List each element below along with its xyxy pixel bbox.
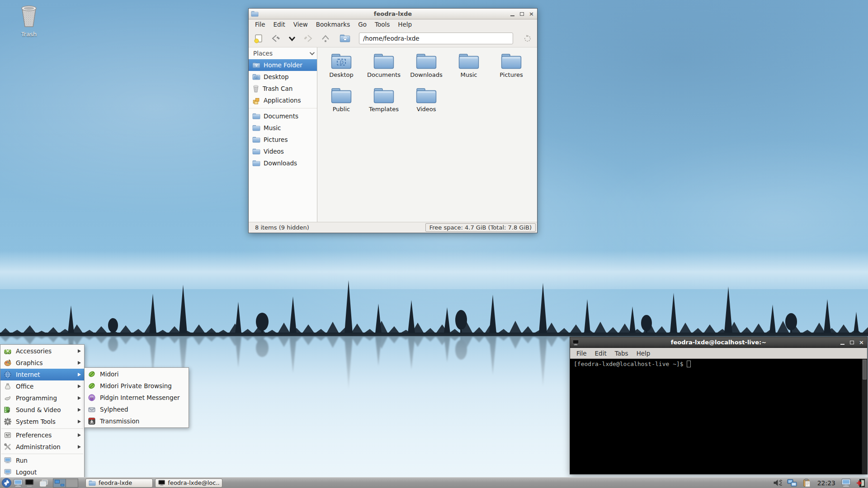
menu-item-office[interactable]: Office — [0, 380, 84, 392]
address-bar[interactable] — [359, 33, 513, 44]
submenu-item-pidgin[interactable]: Pidgin Internet Messenger — [85, 392, 189, 404]
terminal-menubar: File Edit Tabs Help — [570, 348, 867, 359]
history-dropdown-icon[interactable] — [287, 33, 297, 44]
trash-label: Trash — [13, 31, 45, 38]
terminal-launcher-icon[interactable] — [24, 478, 34, 488]
terminal-content[interactable]: [feodra-lxde@localhost-live ~]$ — [570, 359, 867, 474]
trash-desktop-icon[interactable]: Trash — [13, 5, 45, 38]
terminal-window: feodra-lxde@localhost-live:~ × File Edit… — [570, 337, 868, 474]
fm-menu-help[interactable]: Help — [394, 21, 416, 28]
folder-item-public[interactable]: Public — [320, 86, 363, 121]
home-icon[interactable] — [340, 33, 350, 44]
menu-item-programming[interactable]: Programming — [0, 392, 84, 404]
task-button-terminal[interactable]: feodra-lxde@loc... — [155, 479, 222, 488]
pager-window — [61, 484, 64, 486]
jump-to-icon[interactable] — [522, 33, 533, 44]
folder-icon — [252, 148, 260, 155]
shell-prompt: [feodra-lxde@localhost-live ~]$ — [574, 361, 684, 367]
place-pictures[interactable]: Pictures — [249, 134, 317, 145]
submenu-arrow-icon — [78, 361, 81, 365]
fm-menu-file[interactable]: File — [251, 21, 269, 28]
fm-icon-view[interactable]: D Desktop Documents Downloads Music — [317, 47, 537, 222]
folder-item-pictures[interactable]: Pictures — [490, 52, 533, 86]
taskbar: feodra-lxde feodra-lxde@loc... 22:23 — [0, 477, 868, 488]
terminal-menu-help[interactable]: Help — [632, 350, 655, 357]
minimize-all-windows-icon[interactable] — [38, 478, 49, 488]
fedora-menu-button[interactable] — [1, 478, 12, 488]
application-menu: Accessories Graphics Internet Office — [0, 344, 85, 479]
place-videos[interactable]: Videos — [249, 145, 317, 157]
submenu-item-transmission[interactable]: Transmission — [85, 415, 189, 427]
menu-item-graphics[interactable]: Graphics — [0, 357, 84, 369]
fm-menu-view[interactable]: View — [289, 21, 312, 28]
task-button-file-manager[interactable]: feodra-lxde — [85, 479, 153, 488]
home-folder-icon — [252, 61, 260, 69]
places-header[interactable]: Places — [249, 47, 317, 59]
terminal-menu-file[interactable]: File — [572, 350, 591, 357]
terminal-titlebar[interactable]: feodra-lxde@localhost-live:~ × — [570, 337, 867, 348]
terminal-scrollbar[interactable] — [862, 359, 867, 474]
workspace-1[interactable] — [53, 479, 66, 487]
submenu-item-sylpheed[interactable]: Sylpheed — [85, 404, 189, 415]
maximize-icon[interactable] — [519, 11, 524, 16]
submenu-item-midori[interactable]: Midori — [85, 368, 189, 380]
place-documents[interactable]: Documents — [249, 110, 317, 122]
place-desktop[interactable]: D Desktop — [249, 71, 317, 83]
transmission-icon — [88, 418, 95, 425]
submenu-arrow-icon — [78, 396, 81, 400]
submenu-arrow-icon — [78, 433, 81, 437]
fm-menu-tools[interactable]: Tools — [371, 21, 394, 28]
folder-item-videos[interactable]: Videos — [405, 86, 448, 121]
fm-menu-bookmarks[interactable]: Bookmarks — [312, 21, 354, 28]
folder-item-documents[interactable]: Documents — [363, 52, 405, 86]
logout-door-icon[interactable] — [855, 478, 866, 488]
folder-item-downloads[interactable]: Downloads — [405, 52, 448, 86]
fm-menu-edit[interactable]: Edit — [269, 21, 289, 28]
screensaver-icon[interactable] — [841, 478, 851, 488]
minimize-icon[interactable] — [840, 340, 845, 345]
terminal-icon — [158, 480, 165, 486]
minimize-icon[interactable] — [510, 11, 515, 16]
menu-item-preferences[interactable]: Preferences — [0, 429, 84, 441]
forward-icon[interactable] — [303, 33, 314, 44]
internet-submenu: Midori Midori Private Browsing Pidgin In… — [84, 367, 189, 428]
close-icon[interactable]: × — [529, 11, 534, 16]
place-applications[interactable]: Applications — [249, 94, 317, 106]
folder-icon — [415, 52, 437, 70]
close-icon[interactable]: × — [859, 340, 864, 345]
taskbar-clock[interactable]: 22:23 — [816, 479, 837, 487]
back-icon[interactable] — [270, 33, 281, 44]
place-music[interactable]: Music — [249, 122, 317, 134]
scrollbar-thumb[interactable] — [863, 360, 867, 380]
folder-item-desktop[interactable]: D Desktop — [320, 52, 363, 86]
fm-menu-go[interactable]: Go — [354, 21, 371, 28]
up-icon[interactable] — [320, 33, 331, 44]
place-downloads[interactable]: Downloads — [249, 157, 317, 169]
terminal-menu-tabs[interactable]: Tabs — [611, 350, 632, 357]
place-home-folder[interactable]: Home Folder — [249, 59, 317, 71]
fm-titlebar[interactable]: feodra-lxde × — [249, 9, 537, 19]
menu-item-administration[interactable]: Administration — [0, 441, 84, 453]
folder-icon — [373, 86, 395, 104]
new-tab-icon[interactable] — [253, 33, 264, 44]
menu-item-accessories[interactable]: Accessories — [0, 345, 84, 357]
menu-item-run[interactable]: Run — [0, 455, 84, 466]
clipboard-icon[interactable] — [802, 478, 812, 488]
folder-item-music[interactable]: Music — [448, 52, 490, 86]
workspace-pager[interactable] — [53, 479, 78, 488]
volume-icon[interactable] — [773, 478, 783, 488]
submenu-item-midori-private[interactable]: Midori Private Browsing — [85, 380, 189, 392]
folder-item-templates[interactable]: Templates — [363, 86, 405, 121]
menu-item-sound-video[interactable]: Sound & Video — [0, 404, 84, 416]
maximize-icon[interactable] — [849, 340, 854, 345]
place-trash-can[interactable]: Trash Can — [249, 83, 317, 94]
submenu-arrow-icon — [78, 385, 81, 388]
menu-item-logout[interactable]: Logout — [0, 466, 84, 478]
menu-item-system-tools[interactable]: System Tools — [0, 416, 84, 427]
menu-item-internet[interactable]: Internet — [0, 369, 84, 380]
workspace-2[interactable] — [66, 479, 78, 487]
terminal-menu-edit[interactable]: Edit — [591, 350, 611, 357]
network-icon[interactable] — [787, 478, 797, 488]
desktop-launcher-icon[interactable] — [13, 478, 23, 488]
trash-icon — [252, 85, 259, 93]
